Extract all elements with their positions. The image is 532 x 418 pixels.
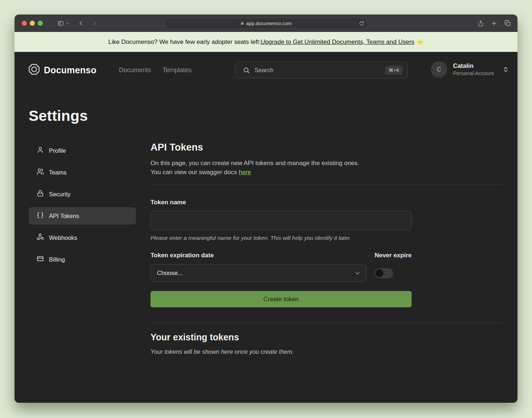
credit-card-icon [37, 255, 44, 264]
webhook-icon [37, 233, 44, 242]
traffic-lights [22, 21, 43, 26]
search-placeholder: Search [255, 67, 385, 74]
account-menu[interactable]: C Catalin Personal Account [431, 61, 509, 78]
never-expire-label: Never expire [375, 252, 412, 259]
api-tokens-panel: API Tokens On this page, you can create … [150, 142, 502, 355]
token-name-label: Token name [150, 199, 502, 206]
section-description: On this page, you can create new API tok… [150, 159, 502, 177]
create-token-button[interactable]: Create token [150, 291, 412, 307]
app-content: Documenso Documents Templates Search ⌘+K… [15, 52, 517, 403]
braces-icon [37, 212, 44, 220]
share-icon[interactable] [478, 20, 484, 27]
divider [150, 185, 502, 185]
sidebar-item-label: Webhooks [49, 234, 77, 241]
minimize-window-button[interactable] [30, 21, 35, 26]
token-name-help: Please enter a meaningful name for your … [150, 235, 502, 241]
chevrons-up-down-icon [503, 66, 509, 73]
search-input[interactable]: Search ⌘+K [235, 62, 408, 78]
sidebar-item-security[interactable]: Security [29, 185, 136, 203]
brand-name: Documenso [44, 65, 96, 75]
avatar-initial: C [437, 66, 441, 73]
expiration-selected-value: Choose... [157, 270, 354, 276]
expiration-label: Token expiration date [150, 252, 214, 259]
avatar: C [431, 61, 447, 78]
toggle-knob [375, 269, 383, 277]
sidebar-item-billing[interactable]: Billing [29, 251, 136, 268]
token-name-input[interactable] [150, 211, 412, 230]
lock-icon [240, 21, 244, 25]
url-text: app.documenso.com [246, 21, 292, 26]
sidebar-item-teams[interactable]: Teams [29, 164, 136, 181]
zoom-window-button[interactable] [38, 21, 43, 26]
tab-overview-icon[interactable] [504, 20, 511, 26]
sidebar-toggle-button[interactable] [57, 20, 70, 26]
brand-logo[interactable]: Documenso [29, 64, 96, 76]
search-shortcut-badge: ⌘+K [385, 66, 403, 75]
settings-sidebar: Profile Teams Security API Tokens Webhoo… [29, 142, 136, 355]
upgrade-link[interactable]: Upgrade to Get Unlimited Documents, Team… [261, 38, 415, 46]
address-bar[interactable]: app.documenso.com [165, 18, 368, 29]
page-title: Settings [29, 107, 517, 124]
never-expire-toggle[interactable] [374, 268, 393, 278]
forward-button[interactable] [92, 20, 98, 26]
chevron-down-icon [66, 21, 70, 25]
user-icon [37, 146, 44, 155]
account-name: Catalin [453, 62, 494, 70]
sidebar-item-api-tokens[interactable]: API Tokens [29, 207, 136, 225]
close-window-button[interactable] [22, 21, 27, 26]
chevron-down-icon [354, 270, 361, 276]
star-emoji: ⭐ [417, 38, 424, 45]
section-title: API Tokens [150, 142, 502, 153]
browser-toolbar: app.documenso.com [15, 15, 517, 32]
description-line2: You can view our swagger docs [150, 169, 239, 176]
existing-tokens-empty-text: Your tokens will be shown here once you … [150, 348, 502, 355]
sidebar-item-label: API Tokens [49, 213, 79, 220]
back-button[interactable] [78, 20, 84, 26]
sidebar-item-label: Profile [49, 147, 66, 154]
browser-window: app.documenso.com Like Documenso? We hav… [15, 15, 517, 403]
sidebar-icon [57, 20, 64, 26]
users-icon [37, 168, 44, 177]
search-icon [243, 67, 250, 74]
reload-icon[interactable] [359, 21, 364, 26]
sidebar-item-webhooks[interactable]: Webhooks [29, 229, 136, 246]
existing-tokens-title: Your existing tokens [150, 332, 502, 343]
new-tab-icon[interactable] [491, 20, 497, 26]
app-header: Documenso Documents Templates Search ⌘+K… [15, 52, 517, 88]
sidebar-item-label: Security [49, 191, 71, 198]
account-type: Personal Account [453, 70, 494, 77]
promo-banner: Like Documenso? We have few early adopte… [15, 32, 517, 52]
expiration-select[interactable]: Choose... [150, 264, 366, 282]
documenso-logo-icon [29, 64, 40, 76]
top-nav: Documents Templates [119, 66, 191, 74]
nav-templates[interactable]: Templates [162, 66, 191, 74]
sidebar-item-label: Billing [49, 256, 65, 263]
sidebar-item-label: Teams [49, 169, 67, 176]
nav-documents[interactable]: Documents [119, 66, 151, 74]
lock-icon [37, 190, 44, 198]
promo-text: Like Documenso? We have few early adopte… [108, 38, 260, 46]
swagger-docs-link[interactable]: here [239, 169, 251, 176]
divider [150, 323, 502, 323]
description-line1: On this page, you can create new API tok… [150, 160, 359, 167]
sidebar-item-profile[interactable]: Profile [29, 142, 136, 159]
